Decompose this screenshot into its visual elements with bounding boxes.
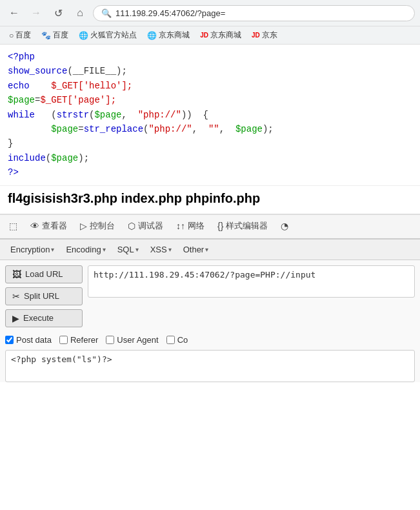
tab-inspector-toggle[interactable]: ⬚	[3, 216, 24, 238]
split-url-label: Split URL	[24, 291, 59, 301]
url-input[interactable]	[88, 265, 415, 298]
tab-style-label: 样式编辑器	[226, 220, 268, 232]
tab-network-label: 网络	[188, 220, 205, 232]
bookmark-baidu1[interactable]: ○ 百度	[5, 28, 35, 42]
code-line-7: }	[8, 136, 412, 150]
post-data-value: <?php system("ls")?>	[11, 354, 112, 364]
home-button[interactable]: ⌂	[71, 4, 89, 22]
bookmark-baidu2[interactable]: 🐾 百度	[37, 28, 72, 42]
debugger-icon: ⬡	[128, 221, 135, 231]
bookmark-baidu2-label: 百度	[53, 30, 68, 41]
tab-style[interactable]: {} 样式编辑器	[211, 215, 274, 238]
user-agent-label: User Agent	[117, 335, 158, 345]
sql-label: SQL	[117, 245, 134, 254]
split-url-button[interactable]: ✂ Split URL	[5, 287, 83, 305]
post-data-checkbox[interactable]	[5, 336, 14, 344]
style-icon: {}	[217, 221, 223, 231]
menu-encoding[interactable]: Encoding ▾	[61, 242, 110, 257]
other-arrow: ▾	[205, 246, 208, 253]
jd1-icon: 🌐	[147, 31, 157, 40]
forward-button[interactable]: →	[27, 4, 45, 22]
code-area: <?php show_source(__FILE__); echo $_GET[…	[0, 45, 420, 186]
inspector-icon: 👁	[30, 221, 39, 231]
php-close-tag: ?>	[8, 167, 19, 178]
address-text: 111.198.29.45:47062/?page=	[115, 8, 225, 18]
menu-other[interactable]: Other ▾	[178, 242, 214, 257]
menu-encryption[interactable]: Encryption ▾	[5, 242, 59, 257]
load-url-button[interactable]: 🖼 Load URL	[5, 265, 83, 283]
post-data-label: Post data	[16, 335, 52, 345]
referer-checkbox-label[interactable]: Referer	[59, 335, 98, 345]
file-listing: fl4gisisish3r3.php index.php phpinfo.php	[0, 186, 420, 215]
home-icon: ⌂	[77, 7, 83, 19]
devtools-bar: ⬚ 👁 查看器 ▷ 控制台 ⬡ 调试器 ↕↑ 网络 {} 样式编辑器 ◔	[0, 215, 420, 239]
co-label: Co	[177, 335, 188, 345]
bookmarks-bar: ○ 百度 🐾 百度 🌐 火狐官方站点 🌐 京东商城 JD 京东商城 JD 京东	[0, 26, 420, 45]
tab-debugger-label: 调试器	[138, 220, 163, 232]
tab-network[interactable]: ↕↑ 网络	[170, 215, 211, 238]
bookmark-jd2-label: 京东商城	[210, 30, 241, 41]
referer-label: Referer	[70, 335, 98, 345]
code-line-9: ?>	[8, 165, 412, 179]
back-button[interactable]: ←	[5, 4, 23, 22]
file-listing-text: fl4gisisish3r3.php index.php phpinfo.php	[8, 191, 260, 205]
referer-checkbox[interactable]	[59, 336, 68, 344]
bookmark-baidu1-label: 百度	[15, 30, 31, 41]
address-bar[interactable]: 🔍 111.198.29.45:47062/?page=	[93, 5, 415, 21]
hackbar: Encryption ▾ Encoding ▾ SQL ▾ XSS ▾ Othe…	[0, 239, 420, 382]
post-data-input[interactable]: <?php system("ls")?>	[5, 350, 415, 382]
load-url-icon: 🖼	[12, 269, 21, 280]
search-icon: 🔍	[101, 8, 112, 18]
baidu2-icon: 🐾	[41, 31, 51, 40]
tab-inspector-label: 查看器	[42, 220, 67, 232]
user-agent-checkbox[interactable]	[106, 336, 114, 344]
php-open-tag: <?php	[8, 52, 35, 62]
load-url-label: Load URL	[25, 269, 63, 279]
code-line-1: <?php	[8, 50, 412, 64]
split-url-icon: ✂	[12, 291, 20, 301]
post-data-checkbox-label[interactable]: Post data	[5, 335, 52, 345]
hackbar-buttons: 🖼 Load URL ✂ Split URL ▶ Execute	[5, 265, 83, 327]
hackbar-checkboxes: Post data Referer User Agent Co	[0, 332, 420, 347]
tab-more[interactable]: ◔	[274, 216, 295, 238]
encoding-label: Encoding	[66, 245, 101, 254]
encryption-label: Encryption	[10, 245, 50, 254]
encoding-arrow: ▾	[103, 246, 106, 253]
co-checkbox-label[interactable]: Co	[166, 335, 188, 345]
inspector-toggle-icon: ⬚	[9, 221, 17, 231]
bookmark-jd2[interactable]: JD 京东商城	[196, 28, 245, 42]
get-hello-var: $_GET['hello'];	[51, 81, 132, 91]
page-var: $page	[8, 95, 35, 105]
execute-icon: ▶	[12, 313, 19, 323]
browser-toolbar: ← → ↺ ⌂ 🔍 111.198.29.45:47062/?page=	[0, 0, 420, 26]
other-label: Other	[183, 245, 205, 254]
get-page-var: $_GET['page'];	[40, 95, 116, 105]
code-line-6: $page=str_replace("php://", "", $page);	[8, 122, 412, 136]
bookmark-firefox[interactable]: 🌐 火狐官方站点	[75, 28, 141, 42]
execute-label: Execute	[23, 313, 54, 323]
console-icon: ▷	[80, 221, 87, 231]
code-line-4: $page=$_GET['page'];	[8, 93, 412, 107]
tab-debugger[interactable]: ⬡ 调试器	[121, 215, 170, 238]
tab-inspector[interactable]: 👁 查看器	[24, 215, 74, 238]
bookmark-firefox-label: 火狐官方站点	[90, 30, 137, 41]
bookmark-jd1[interactable]: 🌐 京东商城	[143, 28, 194, 42]
bookmark-jd3[interactable]: JD 京东	[248, 28, 281, 42]
execute-button[interactable]: ▶ Execute	[5, 309, 83, 327]
forward-icon: →	[31, 7, 41, 19]
jd2-icon: JD	[200, 32, 208, 39]
code-line-3: echo $_GET['hello'];	[8, 79, 412, 93]
code-line-5: while (strstr($page, "php://")) {	[8, 108, 412, 122]
co-checkbox[interactable]	[166, 336, 175, 344]
hackbar-menu: Encryption ▾ Encoding ▾ SQL ▾ XSS ▾ Othe…	[0, 240, 420, 260]
menu-sql[interactable]: SQL ▾	[112, 242, 144, 257]
user-agent-checkbox-label[interactable]: User Agent	[106, 335, 158, 345]
tab-console-label: 控制台	[90, 220, 115, 232]
more-icon: ◔	[281, 221, 288, 231]
menu-xss[interactable]: XSS ▾	[145, 242, 177, 257]
back-icon: ←	[9, 7, 19, 19]
refresh-button[interactable]: ↺	[49, 4, 67, 22]
code-line-8: include($page);	[8, 151, 412, 165]
tab-console[interactable]: ▷ 控制台	[74, 215, 121, 238]
baidu1-icon: ○	[9, 31, 14, 40]
